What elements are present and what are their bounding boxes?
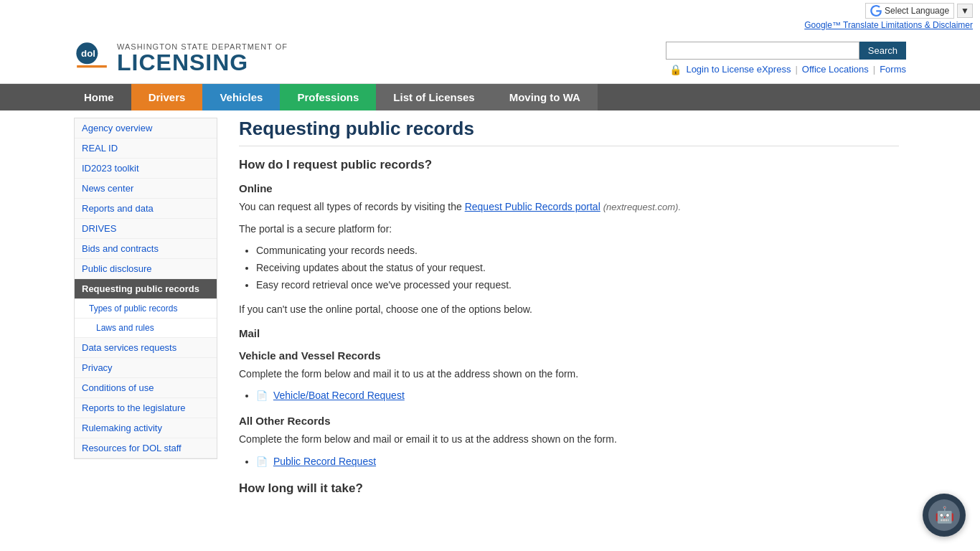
sidebar-item-drives: DRIVES bbox=[75, 219, 217, 239]
sidebar-item-news-center: News center bbox=[75, 179, 217, 199]
vessel-link[interactable]: Vehicle/Boat Record Request bbox=[273, 390, 405, 401]
sidebar-item-public-disclosure: Public disclosure bbox=[75, 259, 217, 279]
bullet-2: Receiving updates about the status of yo… bbox=[256, 260, 899, 277]
sidebar-link-drives[interactable]: DRIVES bbox=[75, 219, 217, 239]
main-wrapper: Agency overview REAL ID ID2023 toolkit N… bbox=[67, 110, 913, 509]
sidebar-item-real-id: REAL ID bbox=[75, 138, 217, 159]
separator-2: | bbox=[873, 64, 875, 75]
header-right: Search 🔒 Login to License eXpress | Offi… bbox=[666, 42, 906, 75]
sidebar-item-dol-staff: Resources for DOL staff bbox=[75, 438, 217, 458]
sidebar-link-conditions[interactable]: Conditions of use bbox=[75, 378, 217, 398]
chatbot-button[interactable]: 🤖 bbox=[923, 494, 966, 509]
vessel-text: Complete the form below and mail it to u… bbox=[239, 366, 899, 382]
logo-title: LICENSING bbox=[117, 51, 288, 74]
section-how-heading: How do I request public records? bbox=[239, 158, 899, 172]
sidebar-link-requesting-records[interactable]: Requesting public records bbox=[75, 279, 217, 299]
logo-section: dol Washington State Department of LICEN… bbox=[74, 40, 288, 76]
sidebar-item-rulemaking: Rulemaking activity bbox=[75, 418, 217, 438]
main-content: Requesting public records How do I reque… bbox=[232, 118, 906, 501]
sidebar-link-data-services[interactable]: Data services requests bbox=[75, 338, 217, 358]
sidebar-item-types-records: Types of public records bbox=[75, 299, 217, 319]
platform-text: The portal is a secure platform for: bbox=[239, 221, 899, 237]
nav-vehicles[interactable]: Vehicles bbox=[202, 84, 280, 110]
page-title: Requesting public records bbox=[239, 118, 899, 146]
sidebar: Agency overview REAL ID ID2023 toolkit N… bbox=[74, 118, 217, 501]
chatbot-icon: 🤖 bbox=[928, 499, 960, 509]
mail-heading: Mail bbox=[239, 327, 899, 339]
sidebar-link-agency-overview[interactable]: Agency overview bbox=[75, 118, 217, 138]
translate-disclaimer-link[interactable]: Google™ Translate Limitations & Disclaim… bbox=[804, 20, 973, 30]
translate-label: Select Language bbox=[885, 6, 949, 16]
sidebar-link-bids[interactable]: Bids and contracts bbox=[75, 239, 217, 259]
sidebar-item-laws-rules: Laws and rules bbox=[75, 319, 217, 338]
sidebar-item-conditions: Conditions of use bbox=[75, 378, 217, 398]
other-records-text: Complete the form below and mail or emai… bbox=[239, 431, 899, 447]
other-links: 📄 Public Record Request bbox=[256, 453, 899, 471]
nav-list-licenses[interactable]: List of Licenses bbox=[376, 84, 491, 110]
search-bar: Search bbox=[666, 42, 906, 60]
sidebar-item-reports-legislature: Reports to the legislature bbox=[75, 398, 217, 418]
sidebar-link-id2023[interactable]: ID2023 toolkit bbox=[75, 159, 217, 179]
online-alternative: If you can't use the online portal, choo… bbox=[239, 301, 899, 317]
sidebar-link-public-disclosure[interactable]: Public disclosure bbox=[75, 259, 217, 279]
logo-text: Washington State Department of LICENSING bbox=[117, 42, 288, 74]
sidebar-item-reports: Reports and data bbox=[75, 199, 217, 219]
nav-bar: Home Drivers Vehicles Professions List o… bbox=[67, 84, 913, 110]
pdf-icon-other: 📄 bbox=[256, 456, 268, 467]
svg-text:dol: dol bbox=[81, 48, 95, 59]
svg-rect-2 bbox=[77, 65, 107, 67]
how-long-heading: How long will it take? bbox=[239, 481, 899, 496]
sidebar-link-news-center[interactable]: News center bbox=[75, 179, 217, 199]
translate-section: Select Language ▼ bbox=[7, 3, 973, 19]
vessel-link-item: 📄 Vehicle/Boat Record Request bbox=[256, 387, 899, 405]
forms-link[interactable]: Forms bbox=[880, 64, 906, 75]
office-locations-link[interactable]: Office Locations bbox=[802, 64, 869, 75]
vessel-links: 📄 Vehicle/Boat Record Request bbox=[256, 387, 899, 405]
online-intro-para: You can request all types of records by … bbox=[239, 199, 899, 215]
translate-dropdown[interactable]: ▼ bbox=[957, 4, 973, 18]
bullet-3: Easy record retrieval once we've process… bbox=[256, 277, 899, 294]
other-link[interactable]: Public Record Request bbox=[273, 456, 376, 467]
search-button[interactable]: Search bbox=[859, 42, 906, 60]
nav-professions[interactable]: Professions bbox=[280, 84, 376, 110]
header-links: 🔒 Login to License eXpress | Office Loca… bbox=[669, 64, 906, 75]
nav-moving-wa[interactable]: Moving to WA bbox=[492, 84, 598, 110]
online-heading: Online bbox=[239, 182, 899, 194]
sidebar-link-reports[interactable]: Reports and data bbox=[75, 199, 217, 219]
sidebar-item-id2023: ID2023 toolkit bbox=[75, 159, 217, 179]
sidebar-link-types-records[interactable]: Types of public records bbox=[75, 299, 217, 319]
online-bullets: Communicating your records needs. Receiv… bbox=[256, 242, 899, 293]
sidebar-item-bids: Bids and contracts bbox=[75, 239, 217, 259]
sidebar-link-real-id[interactable]: REAL ID bbox=[75, 138, 217, 159]
sidebar-nav: Agency overview REAL ID ID2023 toolkit N… bbox=[74, 118, 217, 459]
lock-icon: 🔒 bbox=[669, 64, 682, 75]
pdf-icon-vessel: 📄 bbox=[256, 390, 268, 401]
login-link[interactable]: Login to License eXpress bbox=[686, 64, 791, 75]
google-translate-widget[interactable]: Select Language bbox=[865, 3, 954, 19]
sidebar-item-agency-overview: Agency overview bbox=[75, 118, 217, 138]
bullet-1: Communicating your records needs. bbox=[256, 242, 899, 260]
sidebar-item-requesting-records: Requesting public records bbox=[75, 279, 217, 299]
portal-link[interactable]: Request Public Records portal bbox=[465, 201, 600, 212]
sidebar-link-privacy[interactable]: Privacy bbox=[75, 358, 217, 378]
sidebar-item-data-services: Data services requests bbox=[75, 338, 217, 358]
top-bar: Select Language ▼ Google™ Translate Limi… bbox=[0, 0, 980, 33]
other-link-item: 📄 Public Record Request bbox=[256, 453, 899, 471]
nav-wrapper: Home Drivers Vehicles Professions List o… bbox=[0, 84, 980, 110]
online-intro-text: You can request all types of records by … bbox=[239, 201, 462, 212]
separator-1: | bbox=[795, 64, 797, 75]
nav-home[interactable]: Home bbox=[67, 84, 131, 110]
sidebar-item-privacy: Privacy bbox=[75, 358, 217, 378]
sidebar-link-dol-staff[interactable]: Resources for DOL staff bbox=[75, 438, 217, 458]
sidebar-link-rulemaking[interactable]: Rulemaking activity bbox=[75, 418, 217, 438]
header: dol Washington State Department of LICEN… bbox=[0, 33, 980, 84]
vessel-heading: Vehicle and Vessel Records bbox=[239, 349, 899, 362]
portal-domain: (nextrequest.com). bbox=[603, 202, 681, 212]
search-input[interactable] bbox=[666, 42, 859, 60]
dol-logo: dol bbox=[74, 40, 110, 76]
sidebar-link-laws-rules[interactable]: Laws and rules bbox=[75, 319, 217, 338]
sidebar-link-reports-legislature[interactable]: Reports to the legislature bbox=[75, 398, 217, 418]
nav-drivers[interactable]: Drivers bbox=[131, 84, 203, 110]
other-records-heading: All Other Records bbox=[239, 415, 899, 427]
